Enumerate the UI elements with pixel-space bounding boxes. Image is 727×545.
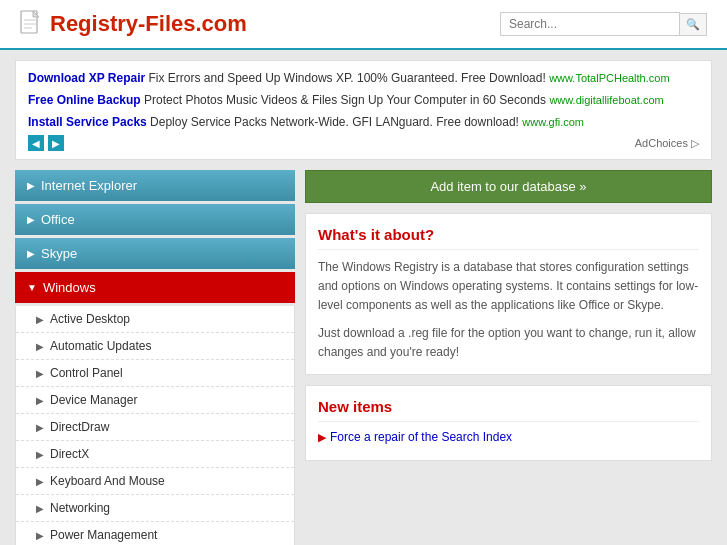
logo-com: .com xyxy=(196,11,247,36)
whats-about-p1: The Windows Registry is a database that … xyxy=(318,258,699,316)
header: Registry-Files.com 🔍 xyxy=(0,0,727,50)
sub-arrow: ▶ xyxy=(36,395,44,406)
cat-arrow-windows: ▼ xyxy=(27,282,37,293)
logo-area: Registry-Files.com xyxy=(20,10,247,38)
sub-arrow: ▶ xyxy=(36,422,44,433)
sub-item-keyboard-and-mouse[interactable]: ▶Keyboard And Mouse xyxy=(16,468,294,495)
logo-text: Registry-Files.com xyxy=(50,11,247,37)
ad-nav: ◀ ▶ AdChoices ▷ xyxy=(28,135,699,151)
cat-label-office: Office xyxy=(41,212,75,227)
right-column: Add item to our database » What's it abo… xyxy=(305,170,712,545)
content: ▶ Internet Explorer ▶ Office ▶ Skype ▼ W… xyxy=(15,170,712,545)
ad-line-1: Download XP Repair Fix Errors and Speed … xyxy=(28,69,699,87)
sub-item-control-panel[interactable]: ▶Control Panel xyxy=(16,360,294,387)
ad-line-2: Free Online Backup Protect Photos Music … xyxy=(28,91,699,109)
sub-label: Networking xyxy=(50,501,110,515)
sub-label: DirectDraw xyxy=(50,420,109,434)
search-input[interactable] xyxy=(500,12,680,36)
left-column: ▶ Internet Explorer ▶ Office ▶ Skype ▼ W… xyxy=(15,170,295,545)
sub-arrow: ▶ xyxy=(36,449,44,460)
sub-item-power-management[interactable]: ▶Power Management xyxy=(16,522,294,545)
sub-label: Keyboard And Mouse xyxy=(50,474,165,488)
sub-item-networking[interactable]: ▶Networking xyxy=(16,495,294,522)
new-items-list: ▶Force a repair of the Search Index xyxy=(318,430,699,444)
cat-label-windows: Windows xyxy=(43,280,96,295)
new-item-arrow: ▶ xyxy=(318,431,326,444)
logo-main: Registry-Files xyxy=(50,11,196,36)
search-button[interactable]: 🔍 xyxy=(680,13,707,36)
cat-label-skype: Skype xyxy=(41,246,77,261)
sub-item-directx[interactable]: ▶DirectX xyxy=(16,441,294,468)
search-area: 🔍 xyxy=(500,12,707,36)
sub-label: Automatic Updates xyxy=(50,339,151,353)
sub-item-active-desktop[interactable]: ▶Active Desktop xyxy=(16,306,294,333)
new-item-text: Force a repair of the Search Index xyxy=(330,430,512,444)
cat-arrow-office: ▶ xyxy=(27,214,35,225)
cat-label-ie: Internet Explorer xyxy=(41,178,137,193)
new-items-title: New items xyxy=(318,398,699,422)
new-item-link[interactable]: ▶Force a repair of the Search Index xyxy=(318,430,699,444)
sub-label: Power Management xyxy=(50,528,157,542)
ad-line-3: Install Service Packs Deploy Service Pac… xyxy=(28,113,699,131)
ad-choices: AdChoices ▷ xyxy=(635,137,699,150)
sub-arrow: ▶ xyxy=(36,314,44,325)
category-internet-explorer[interactable]: ▶ Internet Explorer xyxy=(15,170,295,201)
cat-arrow-skype: ▶ xyxy=(27,248,35,259)
ad-next-button[interactable]: ▶ xyxy=(48,135,64,151)
category-windows[interactable]: ▼ Windows xyxy=(15,272,295,303)
ad-link-3[interactable]: Install Service Packs xyxy=(28,115,147,129)
sub-arrow: ▶ xyxy=(36,503,44,514)
sub-label: Device Manager xyxy=(50,393,137,407)
logo-icon xyxy=(20,10,42,38)
add-item-button[interactable]: Add item to our database » xyxy=(305,170,712,203)
ad-link-2[interactable]: Free Online Backup xyxy=(28,93,141,107)
sub-arrow: ▶ xyxy=(36,341,44,352)
sub-item-directdraw[interactable]: ▶DirectDraw xyxy=(16,414,294,441)
category-office[interactable]: ▶ Office xyxy=(15,204,295,235)
ad-desc-2: Protect Photos Music Videos & Files Sign… xyxy=(141,93,546,107)
sub-arrow: ▶ xyxy=(36,530,44,541)
sub-arrow: ▶ xyxy=(36,476,44,487)
windows-sublist: ▶Active Desktop▶Automatic Updates▶Contro… xyxy=(15,306,295,545)
whats-about-title: What's it about? xyxy=(318,226,699,250)
sub-label: Active Desktop xyxy=(50,312,130,326)
sub-item-device-manager[interactable]: ▶Device Manager xyxy=(16,387,294,414)
new-items-box: New items ▶Force a repair of the Search … xyxy=(305,385,712,461)
ad-desc-1: Fix Errors and Speed Up Windows XP. 100%… xyxy=(145,71,546,85)
main: Download XP Repair Fix Errors and Speed … xyxy=(0,50,727,545)
ad-desc-3: Deploy Service Packs Network-Wide. GFI L… xyxy=(147,115,519,129)
ad-site-1[interactable]: www.TotalPCHealth.com xyxy=(549,72,669,84)
whats-about-p2: Just download a .reg file for the option… xyxy=(318,324,699,362)
sub-label: DirectX xyxy=(50,447,89,461)
cat-arrow-ie: ▶ xyxy=(27,180,35,191)
ad-link-1[interactable]: Download XP Repair xyxy=(28,71,145,85)
sub-item-automatic-updates[interactable]: ▶Automatic Updates xyxy=(16,333,294,360)
ad-site-2[interactable]: www.digitallifeboat.com xyxy=(549,94,663,106)
sub-arrow: ▶ xyxy=(36,368,44,379)
ad-bar: Download XP Repair Fix Errors and Speed … xyxy=(15,60,712,160)
whats-about-box: What's it about? The Windows Registry is… xyxy=(305,213,712,375)
category-skype[interactable]: ▶ Skype xyxy=(15,238,295,269)
ad-prev-button[interactable]: ◀ xyxy=(28,135,44,151)
sub-label: Control Panel xyxy=(50,366,123,380)
ad-site-3[interactable]: www.gfi.com xyxy=(522,116,584,128)
